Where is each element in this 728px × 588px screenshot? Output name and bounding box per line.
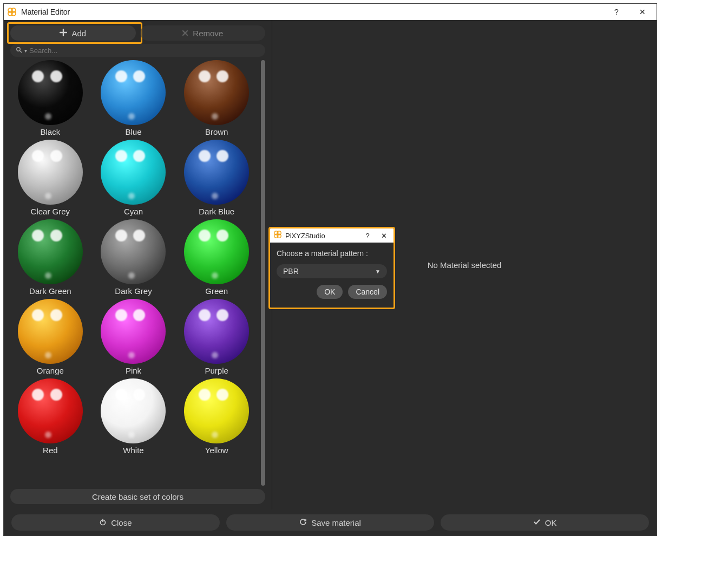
grid-scrollbar[interactable] bbox=[261, 60, 265, 486]
close-window-button[interactable]: ✕ bbox=[632, 4, 653, 19]
search-bar[interactable]: ▾ bbox=[10, 44, 265, 57]
material-cell[interactable]: Orange bbox=[10, 299, 90, 375]
material-cell[interactable]: Green bbox=[176, 219, 257, 296]
app-logo-icon bbox=[7, 7, 17, 17]
footer-close-button[interactable]: Close bbox=[11, 514, 220, 531]
material-cell[interactable]: Red bbox=[10, 378, 90, 455]
material-sphere-icon bbox=[184, 140, 249, 205]
material-sphere-icon bbox=[184, 299, 249, 364]
footer-ok-label: OK bbox=[545, 518, 557, 527]
svg-line-5 bbox=[20, 51, 22, 53]
power-icon bbox=[99, 518, 107, 527]
dialog-close-button[interactable]: ✕ bbox=[377, 230, 390, 241]
material-sphere-icon bbox=[18, 299, 83, 364]
pattern-dialog: PiXYZStudio ? ✕ Choose a material patter… bbox=[268, 227, 395, 309]
footer-save-button[interactable]: Save material bbox=[226, 514, 435, 531]
material-cell[interactable]: Yellow bbox=[176, 378, 257, 455]
material-cell[interactable]: Black bbox=[10, 60, 90, 136]
material-cell[interactable]: White bbox=[94, 378, 174, 455]
material-sphere-icon bbox=[184, 378, 249, 443]
material-label: Dark Blue bbox=[199, 207, 234, 216]
material-sphere-icon bbox=[101, 299, 166, 364]
window-title: Material Editor bbox=[21, 8, 601, 16]
material-cell[interactable]: Pink bbox=[94, 299, 174, 375]
search-filter-icon[interactable]: ▾ bbox=[24, 48, 27, 54]
remove-button-label: Remove bbox=[193, 29, 223, 38]
scrollbar-thumb[interactable] bbox=[261, 60, 265, 486]
material-label: Black bbox=[40, 127, 60, 136]
left-panel: Add Remove ▾ bbox=[4, 20, 272, 509]
dialog-help-button[interactable]: ? bbox=[361, 230, 374, 241]
material-label: Cyan bbox=[124, 207, 143, 216]
material-sphere-icon bbox=[18, 60, 83, 125]
pattern-select-value: PBR bbox=[283, 267, 299, 276]
material-label: White bbox=[123, 446, 143, 455]
remove-icon bbox=[182, 29, 188, 38]
material-cell[interactable]: Dark Blue bbox=[176, 140, 257, 216]
dialog-title: PiXYZStudio bbox=[285, 232, 358, 240]
dialog-logo-icon bbox=[273, 230, 282, 241]
footer-ok-button[interactable]: OK bbox=[441, 514, 649, 531]
material-cell[interactable]: Cyan bbox=[94, 140, 174, 216]
plus-icon bbox=[60, 29, 67, 38]
search-input[interactable] bbox=[29, 47, 260, 55]
material-grid: BlackBlueBrownClear GreyCyanDark BlueDar… bbox=[10, 60, 260, 486]
refresh-icon bbox=[299, 518, 307, 527]
material-label: Blue bbox=[125, 127, 141, 136]
material-cell[interactable]: Dark Grey bbox=[94, 219, 174, 296]
material-label: Orange bbox=[37, 366, 64, 375]
material-label: Brown bbox=[205, 127, 228, 136]
material-sphere-icon bbox=[18, 378, 83, 443]
material-editor-window: Material Editor ? ✕ Add bbox=[3, 3, 657, 536]
material-label: Dark Grey bbox=[115, 286, 152, 296]
dialog-ok-button[interactable]: OK bbox=[317, 285, 343, 299]
search-icon bbox=[16, 47, 22, 55]
material-cell[interactable]: Brown bbox=[176, 60, 257, 136]
material-sphere-icon bbox=[18, 219, 83, 284]
material-label: Dark Green bbox=[29, 286, 71, 296]
dialog-titlebar: PiXYZStudio ? ✕ bbox=[270, 228, 393, 243]
dialog-prompt: Choose a material pattern : bbox=[277, 249, 387, 258]
material-label: Green bbox=[205, 286, 228, 296]
create-basic-colors-button[interactable]: Create basic set of colors bbox=[10, 489, 265, 504]
dialog-cancel-button[interactable]: Cancel bbox=[348, 285, 387, 299]
help-button[interactable]: ? bbox=[606, 4, 627, 19]
material-cell[interactable]: Purple bbox=[176, 299, 257, 375]
dialog-body: Choose a material pattern : PBR ▼ OK Can… bbox=[270, 243, 393, 308]
material-label: Clear Grey bbox=[31, 207, 70, 216]
material-toolbar: Add Remove bbox=[10, 25, 265, 41]
no-material-text: No Material selected bbox=[428, 260, 502, 270]
material-label: Red bbox=[43, 446, 58, 455]
material-sphere-icon bbox=[18, 140, 83, 205]
material-sphere-icon bbox=[184, 219, 249, 284]
svg-point-4 bbox=[17, 47, 20, 50]
remove-button[interactable]: Remove bbox=[140, 25, 266, 41]
material-sphere-icon bbox=[101, 140, 166, 205]
check-icon bbox=[533, 518, 541, 527]
material-sphere-icon bbox=[101, 60, 166, 125]
material-cell[interactable]: Blue bbox=[94, 60, 174, 136]
footer-bar: Close Save material OK bbox=[4, 509, 657, 535]
material-label: Pink bbox=[126, 366, 141, 375]
titlebar: Material Editor ? ✕ bbox=[4, 4, 657, 20]
footer-close-label: Close bbox=[111, 518, 132, 527]
dialog-actions: OK Cancel bbox=[277, 285, 387, 299]
pattern-select[interactable]: PBR ▼ bbox=[277, 264, 387, 278]
material-grid-wrap: BlackBlueBrownClear GreyCyanDark BlueDar… bbox=[10, 60, 265, 486]
material-cell[interactable]: Dark Green bbox=[10, 219, 90, 296]
chevron-down-icon: ▼ bbox=[375, 269, 381, 275]
material-sphere-icon bbox=[184, 60, 249, 125]
add-button-label: Add bbox=[71, 29, 86, 38]
material-sphere-icon bbox=[101, 378, 166, 443]
material-label: Purple bbox=[205, 366, 228, 375]
add-button[interactable]: Add bbox=[10, 25, 136, 41]
footer-save-label: Save material bbox=[311, 518, 361, 527]
material-cell[interactable]: Clear Grey bbox=[10, 140, 90, 216]
material-sphere-icon bbox=[101, 219, 166, 284]
material-label: Yellow bbox=[205, 446, 228, 455]
